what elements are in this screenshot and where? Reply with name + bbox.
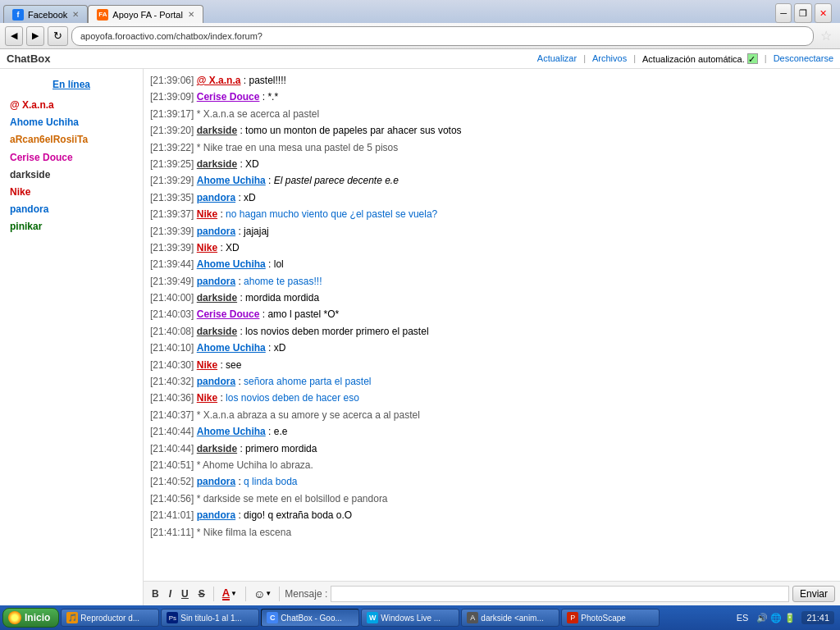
chatbox-header: ChatBox Actualizar | Archivos | Actualiz…	[0, 49, 840, 69]
reproductor-icon: 🎵	[66, 612, 78, 623]
taskbar-btn-reproductor-label: Reproductor d...	[80, 614, 139, 623]
taskbar-btn-darkside[interactable]: A darkside <anim...	[461, 609, 559, 627]
chat-area: [21:39:06] @ X.a.n.a : pastel!!!![21:39:…	[144, 69, 840, 605]
auto-update-label: Actualización automática. ✓	[642, 53, 758, 64]
divider-2	[245, 587, 246, 601]
language-indicator: ES	[734, 613, 751, 623]
chat-message: [21:40:10] Ahome Uchiha : xD	[150, 340, 833, 356]
chat-messages[interactable]: [21:39:06] @ X.a.n.a : pastel!!!![21:39:…	[144, 69, 840, 581]
chat-message: [21:40:00] darkside : mordida mordida	[150, 290, 833, 306]
chat-message: [21:40:51] * Ahome Uchiha lo abraza.	[150, 457, 833, 473]
sidebar-user-pandora[interactable]: pandora	[0, 201, 143, 218]
apoyo-icon: FA	[97, 9, 108, 21]
forward-btn[interactable]: ▶	[26, 26, 44, 46]
chat-message: [21:40:56] * darkside se mete en el bols…	[150, 491, 833, 507]
sidebar-user-darkside[interactable]: darkside	[0, 167, 143, 184]
address-bar[interactable]: apoyofa.foroactivo.com/chatbox/index.for…	[71, 26, 814, 46]
message-input[interactable]	[331, 586, 789, 602]
restore-browser-btn[interactable]: ❐	[794, 3, 812, 23]
system-clock: 21:41	[801, 611, 834, 624]
auto-update-checkbox[interactable]: ✓	[747, 53, 758, 64]
tab-apoyo[interactable]: FA Apoyo FA - Portal ✕	[88, 5, 203, 23]
system-tray: ES 🔊 🌐 🔋 21:41	[734, 611, 838, 624]
chat-message: [21:39:35] pandora : xD	[150, 189, 833, 206]
sidebar-user-nike[interactable]: Nike	[0, 184, 143, 201]
chat-message: [21:39:49] pandora : ahome te pasas!!!	[150, 273, 833, 290]
chat-message: [21:39:17] * X.a.n.a se acerca al pastel	[150, 106, 833, 122]
bold-btn[interactable]: B	[148, 587, 162, 601]
tab-facebook[interactable]: f Facebook ✕	[3, 5, 88, 23]
desconectarse-link[interactable]: Desconectarse	[774, 53, 833, 64]
sidebar: En línea @ X.a.n.a Ahome Uchiha aRcan6el…	[0, 69, 144, 605]
chat-message: [21:39:25] darkside : XD	[150, 156, 833, 172]
font-color-chevron: ▼	[231, 590, 237, 597]
sidebar-user-arcan[interactable]: aRcan6elRosiiTa	[0, 131, 143, 148]
taskbar-btn-photoshop-label: Sin titulo-1 al 1...	[180, 614, 241, 623]
archivos-link[interactable]: Archivos	[592, 53, 627, 64]
chat-message: [21:40:44] Ahome Uchiha : e.e	[150, 423, 833, 440]
chat-message: [21:39:44] Ahome Uchiha : lol	[150, 256, 833, 272]
tab-close-facebook[interactable]: ✕	[67, 10, 79, 19]
taskbar-btn-photoshop[interactable]: Ps Sin titulo-1 al 1...	[161, 609, 259, 627]
italic-btn[interactable]: I	[166, 587, 175, 601]
chat-message: [21:40:32] pandora : señora ahome parta …	[150, 373, 833, 390]
chat-message: [21:40:37] * X.a.n.a abraza a su amore y…	[150, 407, 833, 423]
windows-icon	[8, 611, 21, 624]
taskbar: Inicio 🎵 Reproductor d... Ps Sin titulo-…	[0, 605, 840, 630]
chatbox-actions: Actualizar | Archivos | Actualización au…	[537, 53, 833, 64]
taskbar-btn-chatbox[interactable]: C ChatBox - Goo...	[261, 609, 359, 627]
tab-bar: f Facebook ✕ FA Apoyo FA - Portal ✕ ─ ❐ …	[0, 0, 840, 23]
start-button[interactable]: Inicio	[2, 608, 59, 628]
emoji-chevron: ▼	[265, 590, 272, 597]
back-btn[interactable]: ◀	[5, 26, 23, 46]
actualizar-link[interactable]: Actualizar	[537, 53, 577, 64]
sidebar-user-ahome[interactable]: Ahome Uchiha	[0, 114, 143, 131]
chat-message: [21:41:01] pandora : digo! q extraña bod…	[150, 507, 833, 523]
taskbar-btn-photoscape[interactable]: P PhotoScape	[561, 609, 660, 627]
message-label: Mensaje :	[285, 588, 327, 600]
browser-chrome: f Facebook ✕ FA Apoyo FA - Portal ✕ ─ ❐ …	[0, 0, 840, 49]
send-btn[interactable]: Enviar	[792, 586, 835, 602]
darkside-icon: A	[467, 612, 478, 623]
taskbar-btn-windowslive[interactable]: W Windows Live ...	[361, 609, 459, 627]
sidebar-user-pinikar[interactable]: pinikar	[0, 218, 143, 235]
chat-message: [21:40:08] darkside : los novios deben m…	[150, 323, 833, 340]
taskbar-btn-photoscape-label: PhotoScape	[581, 614, 626, 623]
chat-message: [21:40:30] Nike : see	[150, 357, 833, 373]
tray-icons: 🔊 🌐 🔋	[754, 613, 798, 623]
reload-btn[interactable]: ↻	[48, 26, 68, 46]
online-section-title: En línea	[0, 75, 143, 97]
underline-btn[interactable]: U	[178, 587, 192, 601]
facebook-icon: f	[12, 9, 24, 21]
divider-3	[279, 587, 280, 601]
chat-message: [21:40:52] pandora : q linda boda	[150, 473, 833, 490]
close-browser-btn[interactable]: ✕	[815, 3, 832, 23]
nav-bar: ◀ ▶ ↻ apoyofa.foroactivo.com/chatbox/ind…	[0, 23, 840, 49]
minimize-browser-btn[interactable]: ─	[775, 3, 792, 23]
app-container: ChatBox Actualizar | Archivos | Actualiz…	[0, 49, 840, 605]
chat-message: [21:40:36] Nike : los novios deben de ha…	[150, 390, 833, 406]
chat-message: [21:40:44] darkside : primero mordida	[150, 441, 833, 457]
chat-message: [21:39:09] Cerise Douce : *.*	[150, 89, 833, 105]
sidebar-user-cerise[interactable]: Cerise Douce	[0, 149, 143, 167]
chat-message: [21:39:06] @ X.a.n.a : pastel!!!!	[150, 72, 833, 89]
input-bar: B I U S A ▼ ☺ ▼ Mensaje : Enviar	[144, 581, 840, 605]
chat-message: [21:41:11] * Nike filma la escena	[150, 524, 833, 541]
chat-message: [21:39:22] * Nike trae en una mesa una p…	[150, 139, 833, 156]
strikethrough-btn[interactable]: S	[195, 587, 208, 601]
photoshop-icon: Ps	[167, 612, 178, 623]
windowslive-icon: W	[367, 612, 378, 623]
sidebar-user-xana[interactable]: @ X.a.n.a	[0, 97, 143, 114]
chat-message: [21:39:20] darkside : tomo un monton de …	[150, 122, 833, 139]
photoscape-icon: P	[567, 612, 578, 623]
bookmark-btn[interactable]: ☆	[817, 28, 835, 43]
taskbar-btn-windowslive-label: Windows Live ...	[381, 614, 441, 623]
emoji-btn[interactable]: ☺ ▼	[251, 587, 274, 601]
chat-message: [21:39:39] pandora : jajajaj	[150, 223, 833, 240]
font-color-btn[interactable]: A ▼	[219, 585, 240, 602]
address-text: apoyofa.foroactivo.com/chatbox/index.for…	[80, 31, 262, 41]
taskbar-btn-reproductor[interactable]: 🎵 Reproductor d...	[61, 609, 159, 627]
chat-message: [21:39:39] Nike : XD	[150, 240, 833, 256]
chat-message: [21:40:03] Cerise Douce : amo l pastel *…	[150, 306, 833, 322]
tab-close-apoyo[interactable]: ✕	[183, 10, 194, 19]
